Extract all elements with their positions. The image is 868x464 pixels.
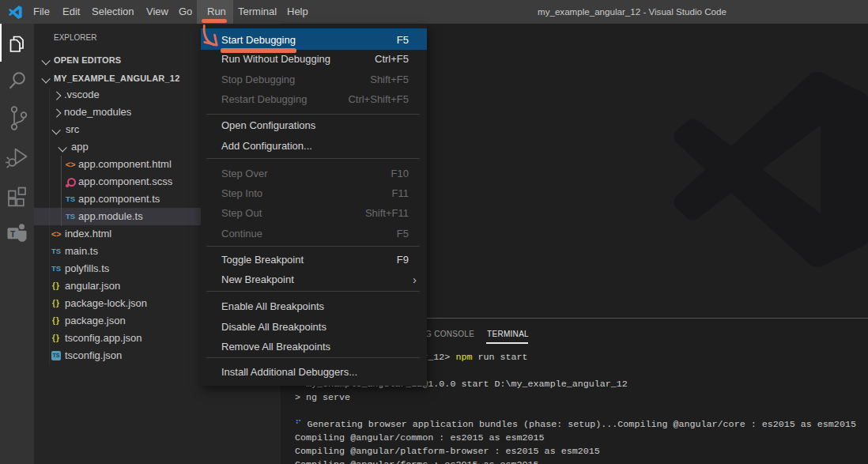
svg-text:T: T (10, 229, 16, 239)
